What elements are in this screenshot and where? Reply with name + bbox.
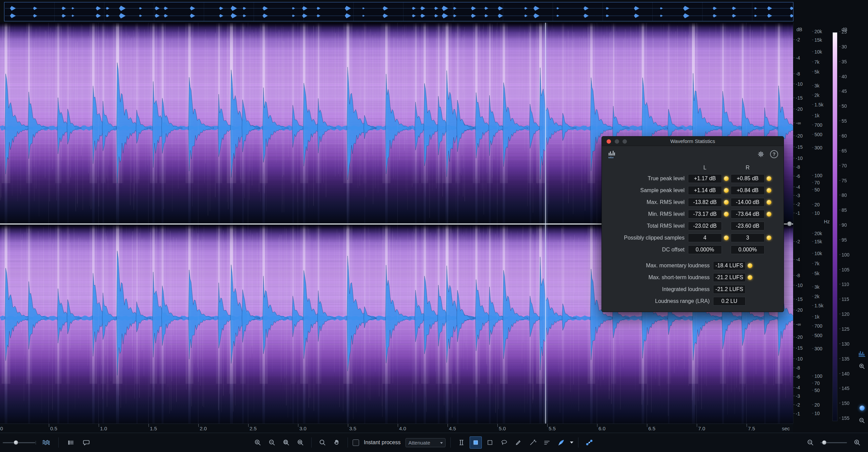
zoom-selection-button[interactable] bbox=[280, 436, 292, 449]
selection-feather-lines-button[interactable] bbox=[541, 436, 553, 449]
gear-icon[interactable] bbox=[756, 150, 765, 159]
brush-selection-tool-button[interactable] bbox=[512, 436, 525, 449]
close-button[interactable] bbox=[607, 139, 611, 144]
legend-value: 120 bbox=[842, 311, 849, 317]
spectrogram-color-legend[interactable] bbox=[832, 32, 837, 421]
legend-value: 130 bbox=[842, 341, 849, 347]
stat-value-left: +1.14 dB bbox=[688, 186, 722, 195]
vertical-zoom-out-button[interactable] bbox=[857, 416, 867, 425]
ruler-label: 500 bbox=[814, 333, 822, 338]
ruler-label: 10k bbox=[814, 49, 822, 55]
amplitude-ruler-unit: dB bbox=[796, 27, 802, 32]
dialog-titlebar[interactable]: Waveform Statistics bbox=[602, 137, 784, 146]
draw-curve-tool-button[interactable] bbox=[583, 436, 595, 449]
maximize-button[interactable] bbox=[623, 139, 627, 144]
slider-endtick bbox=[36, 441, 36, 445]
loudness-row: Max. short-term loudness-21.2 LUFS bbox=[602, 271, 784, 283]
timeline-label: 0.5 bbox=[50, 426, 57, 431]
time-frequency-selection-tool-button[interactable] bbox=[470, 436, 482, 449]
ruler-label: -15 bbox=[796, 95, 803, 101]
ruler-label: 10 bbox=[814, 210, 820, 216]
timeline-label: 4.5 bbox=[449, 426, 456, 431]
stat-value-right: -73.64 dB bbox=[731, 210, 765, 219]
zoom-in-button[interactable] bbox=[252, 436, 264, 449]
horizontal-zoom-in-button[interactable] bbox=[851, 436, 863, 449]
zoom-out-button[interactable] bbox=[266, 436, 278, 449]
amplitude-ruler[interactable]: dB -2-4-8-10-15-20-∞-20-15-10-8-6-4-3-2-… bbox=[793, 23, 812, 424]
loudness-label: Loudness range (LRA) bbox=[602, 298, 713, 304]
module-select-dropdown[interactable]: Attenuate bbox=[406, 438, 446, 447]
stat-value-left: -13.82 dB bbox=[688, 198, 722, 207]
event-list-button[interactable] bbox=[65, 436, 77, 449]
stat-value-right: -23.60 dB bbox=[731, 222, 765, 230]
separator bbox=[450, 437, 451, 448]
lasso-selection-tool-button[interactable] bbox=[498, 436, 510, 449]
stat-value-left: 0.000% bbox=[688, 245, 722, 254]
stat-label: Total RMS level bbox=[602, 223, 688, 229]
horizontal-zoom-out-button[interactable] bbox=[804, 436, 816, 449]
ruler-label: -4 bbox=[796, 257, 800, 262]
stat-value-right: -14.00 dB bbox=[731, 198, 765, 207]
ruler-label: 70 bbox=[814, 180, 820, 185]
loudness-row: Loudness range (LRA)0.2 LU bbox=[602, 295, 784, 307]
comments-button[interactable] bbox=[80, 436, 93, 449]
overview-strip[interactable] bbox=[4, 2, 793, 21]
timeline-label: 3.0 bbox=[299, 426, 307, 431]
feather-brush-button[interactable] bbox=[555, 436, 567, 449]
legend-ruler[interactable]: dB 2530354045505560657075808590951001051… bbox=[839, 23, 856, 424]
help-icon[interactable]: ? bbox=[770, 150, 778, 158]
timeline-label: 1.0 bbox=[100, 426, 107, 431]
warning-icon bbox=[748, 263, 752, 268]
magnify-tool-button[interactable] bbox=[316, 436, 329, 449]
stats-row: Total RMS level-23.02 dB-23.60 dB bbox=[602, 220, 784, 232]
warning-icon bbox=[724, 176, 729, 181]
ruler-label: -1 bbox=[796, 411, 800, 416]
frequency-ruler[interactable]: Hz 20k15k10k7k5k3k2k1.5k1k70050030010070… bbox=[812, 23, 832, 424]
ruler-label: -10 bbox=[796, 283, 803, 288]
slider-knob[interactable] bbox=[822, 440, 827, 445]
divider-handle[interactable] bbox=[787, 221, 792, 226]
warning-icon bbox=[767, 235, 771, 240]
legend-value: 65 bbox=[842, 148, 847, 153]
slider-knob[interactable] bbox=[14, 440, 18, 445]
separator bbox=[348, 437, 348, 448]
legend-value: 55 bbox=[842, 118, 847, 124]
bottom-toolbar: Instant process Attenuate bbox=[0, 433, 868, 452]
left-gain-slider[interactable] bbox=[1, 436, 37, 449]
stats-row: Sample peak level+1.14 dB+0.84 dB bbox=[602, 184, 784, 196]
zoom-fit-button[interactable] bbox=[294, 436, 307, 449]
horizontal-zoom-slider[interactable] bbox=[819, 436, 848, 449]
instant-process-checkbox[interactable] bbox=[353, 439, 359, 446]
ruler-label: 7k bbox=[814, 59, 820, 65]
loudness-rows: Max. momentary loudness-18.4 LUFSMax. sh… bbox=[602, 260, 784, 312]
right-icon-column bbox=[856, 23, 868, 424]
free-selection-tool-button[interactable] bbox=[484, 436, 496, 449]
magic-wand-tool-button[interactable] bbox=[527, 436, 539, 449]
warning-icon bbox=[724, 200, 729, 205]
histogram-icon[interactable] bbox=[607, 149, 617, 161]
rx-editor-window: sec 0.00.51.01.52.02.53.03.54.04.55.05.5… bbox=[0, 0, 868, 452]
legend-value: 80 bbox=[842, 192, 847, 198]
timeline-ruler[interactable]: sec 0.00.51.01.52.02.53.03.54.04.55.05.5… bbox=[0, 424, 793, 433]
loudness-label: Max. momentary loudness bbox=[602, 263, 713, 269]
dialog-toolbar: ? bbox=[602, 146, 784, 163]
ruler-label: 700 bbox=[814, 122, 822, 128]
feather-dropdown-triangle[interactable] bbox=[570, 441, 573, 444]
overview-waveform[interactable] bbox=[4, 2, 793, 21]
timeline-label: 2.5 bbox=[250, 426, 257, 431]
follow-playhead-button[interactable] bbox=[857, 403, 867, 413]
separator bbox=[578, 437, 578, 448]
timeline-label: 4.0 bbox=[399, 426, 406, 431]
vertical-zoom-in-button[interactable] bbox=[857, 362, 867, 371]
timeline-label: 1.5 bbox=[150, 426, 157, 431]
hand-tool-button[interactable] bbox=[331, 436, 343, 449]
time-selection-tool-button[interactable] bbox=[455, 436, 468, 449]
minimize-button[interactable] bbox=[615, 139, 619, 144]
legend-value: 150 bbox=[842, 400, 849, 406]
spectrogram-display-icon[interactable] bbox=[857, 349, 867, 358]
ruler-label: -8 bbox=[796, 71, 800, 77]
waveform-display-button[interactable] bbox=[40, 436, 52, 449]
legend-value: 30 bbox=[842, 44, 847, 49]
ruler-label: 1k bbox=[814, 314, 820, 320]
legend-value: 110 bbox=[842, 282, 849, 287]
